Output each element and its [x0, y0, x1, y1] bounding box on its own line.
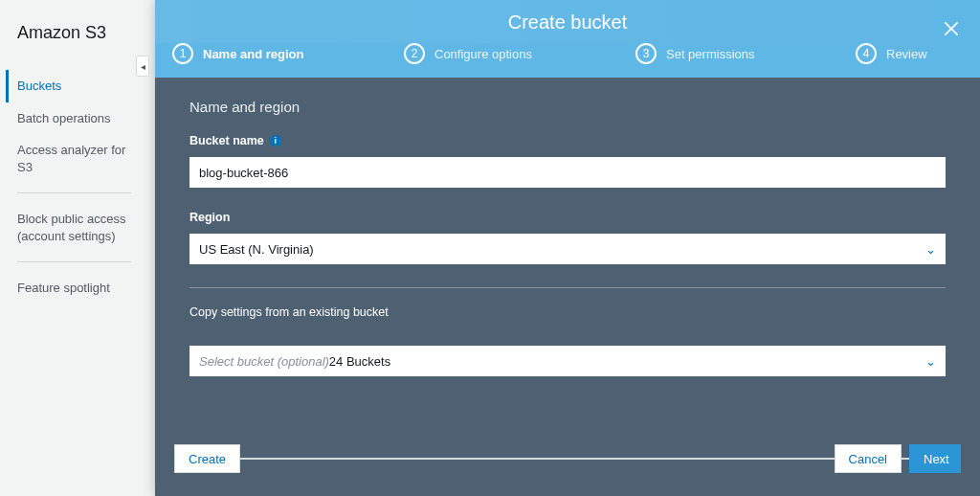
info-icon[interactable]: i: [270, 135, 281, 147]
create-bucket-modal: Create bucket 1 Name and region 2 Config…: [155, 0, 980, 496]
region-label: Region: [189, 211, 946, 224]
step-number-icon: 4: [856, 43, 877, 64]
step-number-icon: 3: [635, 43, 657, 64]
close-button[interactable]: [942, 19, 963, 40]
step-number-icon: 2: [404, 43, 425, 64]
sidebar: Amazon S3 Buckets Batch operations Acces…: [0, 0, 148, 496]
sidebar-item-block-public-access[interactable]: Block public access (account settings): [17, 203, 131, 252]
bucket-count: 24 Buckets: [329, 354, 390, 369]
step-review[interactable]: 4 Review: [846, 43, 961, 64]
step-label: Set permissions: [666, 47, 754, 61]
create-button[interactable]: Create: [174, 444, 240, 473]
placeholder-text: Select bucket (optional): [199, 354, 329, 369]
chevron-down-icon: ⌄: [925, 354, 936, 369]
close-icon: [942, 19, 961, 38]
wizard-steps: 1 Name and region 2 Configure options 3 …: [155, 43, 980, 78]
cancel-button[interactable]: Cancel: [835, 444, 902, 473]
copy-settings-select[interactable]: Select bucket (optional)24 Buckets ⌄: [189, 346, 946, 376]
step-set-permissions[interactable]: 3 Set permissions: [626, 43, 846, 64]
modal-footer: Create Cancel Next: [155, 448, 980, 496]
sidebar-divider: [17, 192, 131, 193]
footer-divider: [189, 458, 946, 460]
sidebar-divider: [17, 261, 131, 262]
copy-settings-label: Copy settings from an existing bucket: [189, 305, 946, 319]
service-title: Amazon S3: [17, 23, 131, 43]
sidebar-item-access-analyzer[interactable]: Access analyzer for S3: [17, 134, 131, 183]
copy-settings-placeholder: Select bucket (optional)24 Buckets: [199, 346, 390, 376]
modal-header: Create bucket 1 Name and region 2 Config…: [155, 0, 980, 78]
copy-settings-field: Copy settings from an existing bucket Se…: [189, 305, 946, 376]
chevron-down-icon: ⌄: [925, 242, 936, 257]
section-divider: [189, 287, 946, 288]
region-field: Region US East (N. Virginia) ⌄: [189, 211, 946, 264]
sidebar-item-feature-spotlight[interactable]: Feature spotlight: [17, 272, 131, 304]
sidebar-item-batch-operations[interactable]: Batch operations: [17, 102, 131, 135]
section-title: Name and region: [189, 99, 946, 115]
step-number-icon: 1: [172, 43, 193, 64]
step-configure-options[interactable]: 2 Configure options: [394, 43, 626, 64]
modal-body: Name and region Bucket name i Region US …: [155, 78, 980, 448]
label-text: Bucket name: [189, 134, 264, 147]
bucket-name-input[interactable]: [189, 157, 946, 188]
bucket-name-field: Bucket name i: [189, 134, 946, 188]
region-select[interactable]: US East (N. Virginia) ⌄: [189, 234, 946, 264]
bucket-name-label: Bucket name i: [189, 134, 946, 147]
region-selected-value: US East (N. Virginia): [199, 234, 314, 264]
modal-title: Create bucket: [155, 0, 980, 43]
step-label: Review: [886, 47, 927, 61]
sidebar-collapse-toggle[interactable]: ◂: [136, 56, 149, 77]
step-label: Configure options: [434, 47, 532, 61]
step-label: Name and region: [203, 47, 303, 61]
next-button[interactable]: Next: [909, 444, 961, 473]
sidebar-item-buckets[interactable]: Buckets: [6, 70, 131, 102]
step-name-and-region[interactable]: 1 Name and region: [163, 43, 394, 64]
chevron-left-icon: ◂: [141, 61, 145, 72]
